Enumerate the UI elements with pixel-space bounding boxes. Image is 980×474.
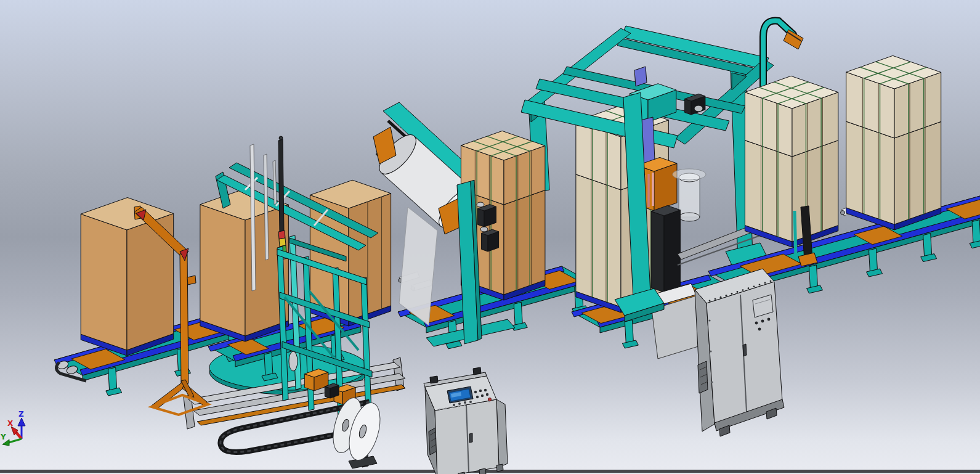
cabinet-trim-dot xyxy=(720,296,722,298)
panel-dot xyxy=(470,404,471,405)
cabinet-trim-dot xyxy=(748,287,750,289)
console-button xyxy=(476,396,479,398)
panel-dot xyxy=(452,407,453,408)
z-arrowhead xyxy=(18,418,25,426)
cabinet-trim-dot xyxy=(715,298,716,300)
pallet-load-2[interactable] xyxy=(200,189,289,341)
hinge xyxy=(710,350,711,352)
console-button xyxy=(474,391,477,393)
hinge xyxy=(708,319,710,321)
cad-viewport[interactable]: ZXY xyxy=(0,0,980,474)
cabinet-vent xyxy=(698,361,708,393)
cabinet-trim-dot xyxy=(737,291,739,293)
motor-cap xyxy=(480,227,488,232)
conveyor-foot xyxy=(807,285,823,293)
pallet-6-right-face xyxy=(792,141,838,242)
chrome-pole xyxy=(273,160,277,205)
floor-edge xyxy=(0,470,980,474)
panel-dot xyxy=(482,402,484,403)
pallet-load-6[interactable] xyxy=(745,76,838,247)
machine-line-render[interactable]: ZXY xyxy=(0,0,980,474)
operator-console[interactable] xyxy=(424,367,508,474)
signal-pole xyxy=(278,139,284,233)
pallet-5-left-face xyxy=(576,174,621,307)
motor-cap xyxy=(694,105,703,112)
roller-hub xyxy=(841,211,845,215)
stand-post xyxy=(180,253,188,385)
wrap-head-right-face xyxy=(664,210,680,292)
pallet-2-left-face xyxy=(200,205,245,336)
pole-cap xyxy=(279,136,283,140)
cabinet-button xyxy=(755,322,758,325)
panel-dot xyxy=(488,401,490,402)
pallet-7-right-face xyxy=(894,121,941,224)
gear-motor-left-face xyxy=(478,208,484,227)
console-button xyxy=(484,389,487,391)
panel-dot xyxy=(476,402,477,404)
cabinet-trim-dot xyxy=(742,289,744,291)
cabinet-button xyxy=(758,328,761,331)
film-roll-body xyxy=(679,178,700,217)
console-button-red xyxy=(488,398,491,401)
pallet-load-7[interactable] xyxy=(846,55,941,230)
conveyor-foot xyxy=(921,254,937,262)
motor-cap xyxy=(477,202,484,207)
cabinet-trim-dot xyxy=(709,300,711,302)
y-label: Y xyxy=(0,433,6,441)
pallet-1-left-face xyxy=(81,214,127,350)
z-label: Z xyxy=(18,410,24,419)
hinge xyxy=(711,381,713,383)
cabinet-trim-dot xyxy=(770,280,772,282)
cabinet-trim-dot xyxy=(726,295,727,296)
panel-dot xyxy=(464,404,465,406)
cabinet-button xyxy=(767,318,771,321)
cabinet-button xyxy=(761,320,764,323)
film-roll-bottom xyxy=(679,213,700,221)
pneumatic-cylinder xyxy=(289,351,298,371)
panel-dot xyxy=(445,407,447,409)
console-button xyxy=(464,401,466,404)
pallet-4-right-face xyxy=(504,190,545,295)
y-axis xyxy=(9,439,22,443)
console-button xyxy=(479,390,482,392)
console-button xyxy=(469,401,472,403)
pallet-3-right-face xyxy=(349,194,391,321)
cabinet-trim-dot xyxy=(759,284,761,286)
console-top-box xyxy=(430,376,438,383)
x-label: X xyxy=(7,419,14,428)
panel-dot xyxy=(439,409,440,410)
mast-purple-top xyxy=(634,67,647,86)
console-button xyxy=(458,402,461,405)
conveyor-leg xyxy=(972,220,980,245)
cabinet-trim-dot xyxy=(753,285,755,287)
floor-line xyxy=(0,470,980,473)
conveyor-foot xyxy=(622,340,638,348)
console-button xyxy=(486,393,488,396)
cabinet-trim-dot xyxy=(764,282,766,284)
wrap-head-left-face xyxy=(651,211,664,292)
electrical-cabinet[interactable] xyxy=(695,269,784,436)
panel-dot xyxy=(458,406,459,407)
console-foot xyxy=(496,464,503,472)
conveyor-foot xyxy=(867,269,883,277)
conveyor-foot xyxy=(106,388,122,396)
pallet-7-left-face xyxy=(846,121,894,224)
pallet-6-left-face xyxy=(745,141,792,242)
console-foot xyxy=(479,468,486,474)
carriage-motor-left-face xyxy=(685,99,691,115)
console-button xyxy=(481,394,484,397)
console-top-box xyxy=(473,367,481,375)
axis-triad: ZXY xyxy=(0,410,25,446)
strap-reel-unit[interactable] xyxy=(328,394,386,468)
console-handle xyxy=(469,433,472,443)
film-roll-flange xyxy=(673,169,706,180)
cabinet-handle xyxy=(743,344,747,356)
strap-post xyxy=(795,211,796,259)
pallet-load-1[interactable] xyxy=(81,198,174,356)
gear-motor-left-face xyxy=(482,233,488,251)
console-button xyxy=(453,404,455,406)
stand-tab xyxy=(187,276,196,285)
cabinet-trim-dot xyxy=(731,293,733,295)
